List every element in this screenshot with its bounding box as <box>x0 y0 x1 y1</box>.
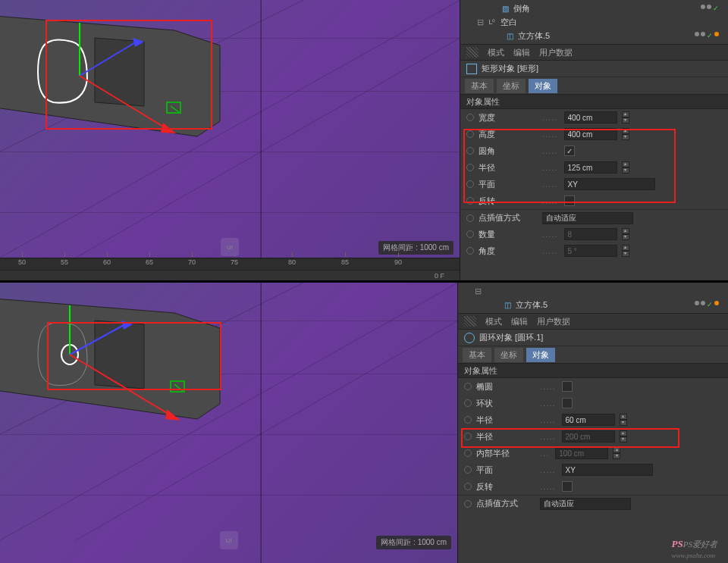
spinner[interactable]: ▴▾ <box>622 111 629 124</box>
radius-label: 半径 <box>476 414 535 426</box>
anim-dot[interactable] <box>464 449 472 457</box>
cube-icon: ◫ <box>504 30 515 41</box>
angle-label: 角度 <box>479 246 538 257</box>
circle-icon <box>464 333 475 343</box>
uicn-watermark: UI <box>221 238 239 256</box>
grid-spacing-label: 网格间距 : 1000 cm <box>376 536 451 549</box>
ring-label: 环状 <box>476 398 535 409</box>
anim-dot[interactable] <box>464 416 472 424</box>
anim-dot[interactable] <box>466 197 474 205</box>
anim-dot[interactable] <box>464 399 472 407</box>
anim-dot[interactable] <box>464 383 472 390</box>
reverse-label: 反转 <box>479 195 538 207</box>
object-name: 圆环对象 [圆环.1] <box>479 332 543 343</box>
drag-handle-icon <box>466 47 479 58</box>
tab-coords[interactable]: 坐标 <box>494 348 523 362</box>
svg-marker-5 <box>95 38 144 106</box>
svg-marker-17 <box>95 321 144 389</box>
plane-label: 平面 <box>479 179 538 190</box>
reverse-checkbox[interactable] <box>564 195 575 206</box>
attributes-panel-bottom: ⊟ ◫ 立方体.5 ✓ 模式 编辑 用户数据 圆环对象 [圆环.1] 基本 坐标… <box>458 283 728 563</box>
anim-dot[interactable] <box>464 483 472 490</box>
radius2-input <box>562 430 615 443</box>
userdata-menu[interactable]: 用户数据 <box>537 316 570 327</box>
mode-menu[interactable]: 模式 <box>485 316 502 327</box>
anim-dot[interactable] <box>466 247 474 255</box>
height-input[interactable] <box>564 128 617 140</box>
userdata-menu[interactable]: 用户数据 <box>539 47 573 58</box>
reverse-checkbox[interactable] <box>562 481 573 492</box>
timeline-ruler[interactable]: 50 55 60 65 70 75 80 85 90 0 F <box>0 258 460 280</box>
viewport-top[interactable]: 网格间距 : 1000 cm UI 50 55 60 65 70 75 80 8… <box>0 0 460 280</box>
edit-menu[interactable]: 编辑 <box>513 47 530 58</box>
anim-dot[interactable] <box>466 180 474 188</box>
plane-label: 平面 <box>476 464 535 476</box>
tab-object[interactable]: 对象 <box>529 79 557 93</box>
width-input[interactable] <box>564 111 617 124</box>
anim-dot[interactable] <box>466 230 474 238</box>
count-input <box>564 228 617 240</box>
section-header: 对象属性 <box>458 363 728 378</box>
radius-input[interactable] <box>562 414 615 426</box>
anim-dot[interactable] <box>466 114 474 121</box>
anim-dot[interactable] <box>464 466 472 474</box>
anim-dot[interactable] <box>466 147 474 155</box>
interp-select[interactable] <box>542 212 633 224</box>
tab-basic[interactable]: 基本 <box>465 79 494 93</box>
plane-select[interactable] <box>564 178 655 190</box>
plane-select[interactable] <box>562 464 653 476</box>
spinner[interactable]: ▴▾ <box>622 161 629 174</box>
anim-dot[interactable] <box>466 164 474 171</box>
object-tree[interactable]: ▨ 倒角 ✓ ⊟ L⁰ 空白 ◫ 立方体.5 ✓ <box>460 0 728 44</box>
object-tree[interactable]: ⊟ ◫ 立方体.5 ✓ <box>458 283 728 313</box>
grid-spacing-label: 网格间距 : 1000 cm <box>378 241 453 255</box>
mode-menu[interactable]: 模式 <box>488 47 504 58</box>
anim-dot[interactable] <box>466 130 474 138</box>
edit-menu[interactable]: 编辑 <box>511 316 528 327</box>
interp-label: 点插值方式 <box>476 498 535 509</box>
width-label: 宽度 <box>479 112 538 124</box>
section-header: 对象属性 <box>460 94 728 109</box>
uicn-watermark: UI <box>220 531 238 549</box>
spinner[interactable]: ▴▾ <box>620 414 627 426</box>
tree-item[interactable]: 倒角 <box>513 3 530 14</box>
radius-label: 半径 <box>479 162 538 174</box>
inner-radius-input <box>555 447 608 459</box>
cube-icon: ◫ <box>502 299 513 310</box>
drag-handle-icon <box>464 316 476 327</box>
spinner: ▴▾ <box>613 447 620 459</box>
object-name: 矩形对象 [矩形] <box>482 63 538 74</box>
anim-dot[interactable] <box>464 500 472 508</box>
radius-input[interactable] <box>564 161 617 174</box>
attributes-panel-top: ▨ 倒角 ✓ ⊟ L⁰ 空白 ◫ 立方体.5 ✓ 模式 编辑 用户数据 矩形对象… <box>460 0 728 280</box>
angle-input <box>564 245 617 257</box>
watermark-url: www.psahz.com <box>672 552 715 559</box>
ring-checkbox[interactable] <box>562 398 573 408</box>
height-label: 高度 <box>479 129 538 140</box>
ellipse-checkbox[interactable] <box>562 381 573 392</box>
spinner: ▴▾ <box>620 430 627 443</box>
tree-item[interactable]: 空白 <box>500 17 517 28</box>
anim-dot[interactable] <box>464 433 472 440</box>
anim-dot[interactable] <box>466 214 474 222</box>
tab-object[interactable]: 对象 <box>526 348 555 362</box>
watermark-text: PS爱好者 <box>683 540 717 549</box>
rectangle-icon <box>466 64 477 74</box>
ellipse-label: 椭圆 <box>476 381 535 393</box>
spinner[interactable]: ▴▾ <box>622 128 629 140</box>
tree-item[interactable]: 立方体.5 <box>518 30 550 42</box>
cube-icon: ▨ <box>500 3 510 14</box>
spinner: ▴▾ <box>622 228 629 240</box>
null-icon: L⁰ <box>487 17 497 27</box>
radius2-label: 半径 <box>476 431 535 443</box>
reverse-label: 反转 <box>476 481 535 493</box>
fillet-label: 圆角 <box>479 145 538 157</box>
tab-basic[interactable]: 基本 <box>463 348 491 362</box>
fillet-checkbox[interactable]: ✓ <box>564 145 575 156</box>
viewport-bottom[interactable]: 网格间距 : 1000 cm UI <box>0 283 458 563</box>
interp-label: 点插值方式 <box>479 212 538 224</box>
tree-item[interactable]: 立方体.5 <box>516 299 548 311</box>
interp-select[interactable] <box>540 498 631 510</box>
tab-coords[interactable]: 坐标 <box>497 79 526 93</box>
spinner: ▴▾ <box>622 245 629 257</box>
